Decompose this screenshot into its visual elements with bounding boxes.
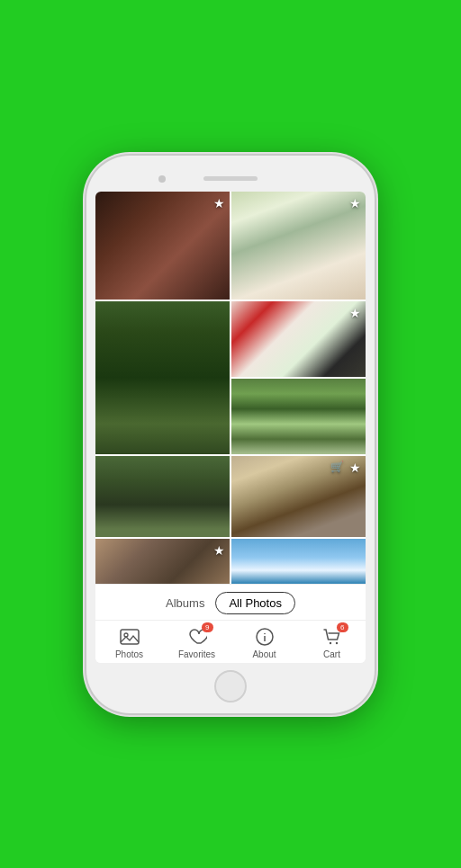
photo-cell-9[interactable] xyxy=(231,539,366,584)
nav-item-about[interactable]: About xyxy=(240,626,289,659)
all-photos-filter[interactable]: All Photos xyxy=(215,592,295,614)
nav-item-cart[interactable]: 6 Cart xyxy=(307,626,357,659)
svg-point-4 xyxy=(264,632,266,634)
star-icon-1: ★ xyxy=(213,196,225,210)
photo-cell-3[interactable] xyxy=(95,301,230,454)
svg-point-6 xyxy=(335,641,337,643)
filter-bar: Albums All Photos xyxy=(95,584,366,620)
photo-cell-2[interactable]: ★ xyxy=(231,192,366,300)
photo-cell-5[interactable] xyxy=(231,379,366,454)
photo-cell-4[interactable]: ★ xyxy=(231,301,366,377)
cart-icon-7: 🛒 xyxy=(330,461,344,473)
bottom-nav: Photos 9 Favorites xyxy=(95,620,366,663)
nav-label-favorites: Favorites xyxy=(178,649,215,659)
phone-camera xyxy=(158,175,166,183)
star-icon-4: ★ xyxy=(349,306,361,320)
albums-filter[interactable]: Albums xyxy=(166,596,204,610)
nav-item-photos[interactable]: Photos xyxy=(104,626,154,659)
cart-badge: 6 xyxy=(337,622,348,633)
photo-cell-7[interactable]: 🛒 ★ xyxy=(231,456,366,537)
phone-frame: ★ ★ ★ 🛒 ★ xyxy=(86,156,375,713)
star-icon-2: ★ xyxy=(349,196,361,210)
nav-item-favorites[interactable]: 9 Favorites xyxy=(172,626,221,659)
phone-top-bar xyxy=(95,166,366,192)
phone-home-button[interactable] xyxy=(214,670,247,702)
nav-label-cart: Cart xyxy=(323,649,340,659)
phone-speaker xyxy=(203,176,258,181)
photo-cell-1[interactable]: ★ xyxy=(95,192,230,300)
phone-screen: ★ ★ ★ 🛒 ★ xyxy=(95,192,366,663)
info-icon xyxy=(254,626,276,648)
photo-icon xyxy=(119,626,140,648)
photo-cell-6[interactable] xyxy=(95,456,230,537)
nav-label-photos: Photos xyxy=(115,649,143,659)
photo-grid: ★ ★ ★ 🛒 ★ xyxy=(95,192,366,584)
photo-cell-8[interactable]: ★ xyxy=(95,539,230,584)
nav-label-about: About xyxy=(252,649,276,659)
star-icon-7: ★ xyxy=(349,461,361,475)
star-icon-8: ★ xyxy=(213,543,225,558)
favorites-badge: 9 xyxy=(202,622,212,633)
svg-point-5 xyxy=(329,641,330,643)
cart-icon: 6 xyxy=(321,626,343,648)
svg-rect-0 xyxy=(121,630,139,644)
heart-icon: 9 xyxy=(186,626,208,648)
